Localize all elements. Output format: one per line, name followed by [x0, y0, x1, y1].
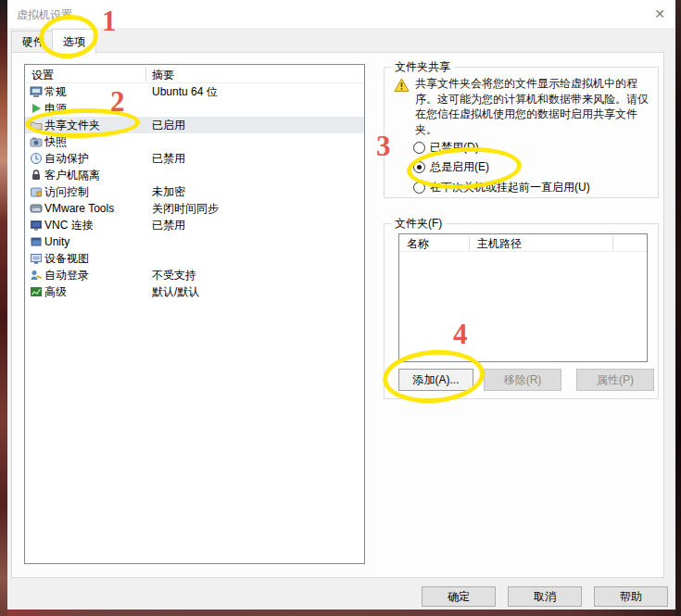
setting-label: Unity [44, 235, 147, 248]
radio-circle-icon[interactable] [413, 161, 425, 173]
setting-label: 共享文件夹 [44, 118, 147, 133]
autologin-icon [30, 269, 44, 282]
add-folder-button[interactable]: 添加(A)... [398, 369, 473, 391]
setting-label: VMware Tools [44, 202, 147, 215]
folders-group: 文件夹(F) 名称 主机路径 添加(A)... 移除(R) 属性(P) [384, 223, 659, 399]
general-icon [30, 85, 44, 98]
radio-label: 在下次关机或挂起前一直启用(U) [430, 180, 590, 195]
setting-summary: Ubuntu 64 位 [152, 84, 218, 100]
column-header-settings[interactable]: 设置 [32, 68, 54, 83]
tab-options[interactable]: 选项 [52, 29, 96, 54]
settings-row-advanced[interactable]: 高级 默认/默认 [25, 283, 364, 300]
settings-row-snapshot[interactable]: 快照 [25, 133, 364, 150]
snapshot-icon [30, 135, 44, 148]
setting-label: 客户机隔离 [44, 168, 147, 183]
settings-list: 设置 摘要 常规 Ubuntu 64 位 电源 共享文件夹 已启用 [24, 64, 365, 564]
setting-label: 设备视图 [44, 251, 147, 267]
setting-label: 自动登录 [44, 268, 147, 283]
settings-list-header: 设置 摘要 [25, 65, 364, 83]
desktop-background-left [0, 0, 7, 616]
folders-group-label: 文件夹(F) [391, 216, 446, 232]
shared-folders-icon [30, 119, 44, 132]
radio-label: 已禁用(D) [430, 140, 479, 156]
radio-disabled[interactable]: 已禁用(D) [413, 140, 479, 155]
settings-row-shared-folders[interactable]: 共享文件夹 已启用 [25, 117, 364, 133]
device-view-icon [30, 252, 44, 265]
desktop-background-bottom [7, 610, 675, 616]
settings-row-vnc[interactable]: VNC 连接 已禁用 [25, 217, 364, 233]
column-divider [145, 67, 146, 82]
setting-summary: 不受支持 [152, 268, 196, 283]
settings-row-autoprotect[interactable]: 自动保护 已禁用 [25, 150, 364, 167]
titlebar: 虚拟机设置 ✕ [7, 0, 675, 28]
setting-summary: 已启用 [152, 118, 185, 133]
settings-row-general[interactable]: 常规 Ubuntu 64 位 [25, 83, 364, 100]
setting-summary: 已禁用 [152, 218, 185, 233]
folders-table-header: 名称 主机路径 [399, 234, 647, 252]
settings-row-unity[interactable]: Unity [25, 233, 364, 250]
close-icon[interactable]: ✕ [647, 3, 673, 25]
autoprotect-icon [30, 152, 44, 165]
options-tab-page: 设置 摘要 常规 Ubuntu 64 位 电源 共享文件夹 已启用 [11, 52, 664, 578]
svg-text:vm: vm [32, 207, 41, 212]
settings-row-autologin[interactable]: 自动登录 不受支持 [25, 267, 364, 283]
column-header-name[interactable]: 名称 [407, 236, 429, 252]
tab-hardware[interactable]: 硬件 [11, 31, 56, 53]
radio-circle-icon[interactable] [413, 142, 425, 154]
radio-circle-icon[interactable] [413, 182, 425, 194]
settings-row-power[interactable]: 电源 [25, 100, 364, 117]
ok-button[interactable]: 确定 [422, 586, 496, 607]
setting-summary: 关闭时间同步 [152, 201, 219, 217]
setting-label: VNC 连接 [44, 218, 147, 233]
setting-label: 访问控制 [44, 184, 147, 200]
setting-label: 常规 [44, 84, 147, 100]
vmware-tools-icon: vm [30, 202, 44, 215]
unity-icon [30, 235, 44, 248]
settings-row-access-control[interactable]: 访问控制 未加密 [25, 183, 364, 200]
column-divider [469, 236, 470, 250]
guest-isolation-icon [30, 169, 44, 182]
warning-icon [394, 78, 410, 95]
folder-sharing-warning-text: 共享文件夹会将您的文件显示给虚拟机中的程序。这可能为您的计算机和数据带来风险。请… [415, 76, 650, 137]
column-header-host-path[interactable]: 主机路径 [477, 236, 522, 252]
settings-row-vmware-tools[interactable]: vm VMware Tools 关闭时间同步 [25, 200, 364, 217]
folder-sharing-group: 文件夹共享 共享文件夹会将您的文件显示给虚拟机中的程序。这可能为您的计算机和数据… [384, 67, 659, 198]
power-icon [30, 102, 44, 115]
setting-label: 自动保护 [44, 151, 147, 167]
setting-summary: 默认/默认 [152, 284, 199, 300]
radio-label: 总是启用(E) [430, 159, 489, 175]
setting-label: 快照 [44, 134, 147, 150]
folder-sharing-group-label: 文件夹共享 [391, 59, 454, 75]
setting-label: 高级 [44, 284, 147, 300]
access-control-icon [30, 185, 44, 198]
setting-summary: 未加密 [152, 184, 185, 200]
cancel-button[interactable]: 取消 [508, 586, 582, 607]
column-divider [612, 236, 613, 250]
desktop-background-right [675, 0, 681, 616]
remove-folder-button: 移除(R) [484, 369, 561, 391]
vm-settings-dialog: 虚拟机设置 ✕ 硬件 选项 设置 摘要 常规 Ubuntu 64 位 电源 [7, 0, 675, 610]
folders-table[interactable]: 名称 主机路径 [398, 233, 648, 362]
help-button[interactable]: 帮助 [594, 586, 668, 607]
window-title: 虚拟机设置 [17, 7, 72, 23]
setting-label: 电源 [44, 101, 147, 117]
vnc-icon [30, 219, 44, 232]
column-header-summary[interactable]: 摘要 [152, 68, 174, 83]
folder-properties-button: 属性(P) [576, 369, 654, 391]
settings-row-device-view[interactable]: 设备视图 [25, 250, 364, 267]
setting-summary: 已禁用 [152, 151, 185, 167]
radio-always-enabled[interactable]: 总是启用(E) [413, 159, 489, 174]
radio-enabled-until-poweroff[interactable]: 在下次关机或挂起前一直启用(U) [413, 180, 590, 195]
settings-row-guest-isolation[interactable]: 客户机隔离 [25, 167, 364, 183]
advanced-icon [30, 285, 44, 298]
